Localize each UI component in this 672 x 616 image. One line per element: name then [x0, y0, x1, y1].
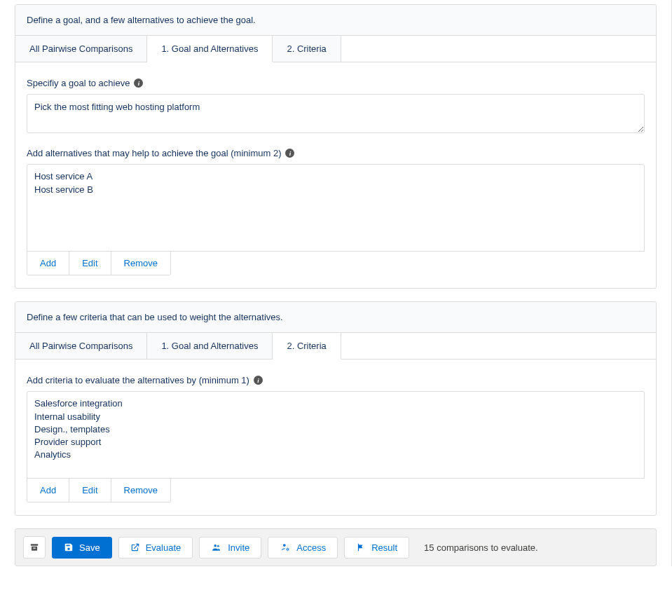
archive-button[interactable] [23, 536, 46, 559]
card-header: Define a goal, and a few alternatives to… [15, 5, 656, 36]
goal-input[interactable] [27, 94, 645, 133]
invite-button[interactable]: Invite [199, 537, 261, 559]
criteria-listbox[interactable]: Salesforce integration Internal usabilit… [27, 391, 645, 479]
list-item[interactable]: Design., templates [34, 423, 637, 436]
tab-goal-alternatives[interactable]: 1. Goal and Alternatives [147, 333, 273, 359]
card-header-text: Define a few criteria that can be used t… [27, 312, 283, 322]
tab-all-comparisons[interactable]: All Pairwise Comparisons [15, 36, 147, 62]
info-icon[interactable]: i [285, 149, 294, 158]
alternatives-listbox[interactable]: Host service A Host service B [27, 164, 645, 252]
info-icon[interactable]: i [134, 78, 143, 88]
tab-goal-alternatives[interactable]: 1. Goal and Alternatives [147, 36, 273, 62]
archive-icon [29, 542, 39, 552]
remove-button[interactable]: Remove [111, 479, 170, 502]
svg-rect-0 [31, 545, 39, 546]
tab-all-comparisons[interactable]: All Pairwise Comparisons [15, 333, 147, 359]
svg-rect-2 [33, 548, 36, 549]
goal-alternatives-card: Define a goal, and a few alternatives to… [15, 4, 657, 289]
list-item[interactable]: Host service B [34, 184, 637, 196]
list-item[interactable]: Internal usability [34, 411, 637, 423]
svg-point-5 [283, 545, 286, 547]
tabs-section2: All Pairwise Comparisons 1. Goal and Alt… [15, 333, 656, 360]
list-item[interactable]: Provider support [34, 436, 637, 449]
card-body: Specifiy a goal to achieve i Add alterna… [15, 62, 656, 288]
remove-button[interactable]: Remove [111, 252, 170, 275]
list-item[interactable]: Analytics [34, 449, 637, 461]
list-item[interactable]: Host service A [34, 170, 637, 183]
goal-label: Specifiy a goal to achieve i [27, 78, 645, 88]
access-button[interactable]: Access [268, 537, 338, 559]
external-link-icon [130, 542, 140, 552]
flag-icon [356, 542, 366, 552]
card-header: Define a few criteria that can be used t… [15, 302, 656, 333]
footer-status: 15 comparisons to evaluate. [424, 542, 538, 553]
card-header-text: Define a goal, and a few alternatives to… [27, 15, 256, 25]
criteria-button-group: Add Edit Remove [27, 479, 171, 502]
card-body: Add criteria to evaluate the alternative… [15, 360, 656, 515]
svg-point-3 [214, 545, 217, 547]
alternatives-button-group: Add Edit Remove [27, 252, 171, 275]
criteria-card: Define a few criteria that can be used t… [15, 301, 657, 516]
add-button[interactable]: Add [27, 479, 69, 502]
tab-criteria[interactable]: 2. Criteria [273, 333, 341, 360]
criteria-label: Add criteria to evaluate the alternative… [27, 375, 645, 385]
people-icon [211, 542, 222, 552]
add-button[interactable]: Add [27, 252, 69, 275]
tab-criteria[interactable]: 2. Criteria [273, 36, 341, 62]
user-settings-icon [280, 542, 291, 552]
evaluate-button[interactable]: Evaluate [118, 537, 193, 559]
svg-point-4 [217, 545, 219, 547]
save-icon [64, 542, 74, 552]
alternatives-label: Add alternatives that may help to achiev… [27, 148, 645, 158]
save-button[interactable]: Save [52, 537, 112, 559]
info-icon[interactable]: i [254, 376, 263, 385]
result-button[interactable]: Result [344, 537, 409, 559]
edit-button[interactable]: Edit [69, 479, 111, 502]
edit-button[interactable]: Edit [69, 252, 111, 275]
footer-toolbar: Save Evaluate Invite Access Result [15, 528, 657, 566]
tabs-section1: All Pairwise Comparisons 1. Goal and Alt… [15, 36, 656, 62]
list-item[interactable]: Salesforce integration [34, 397, 637, 410]
